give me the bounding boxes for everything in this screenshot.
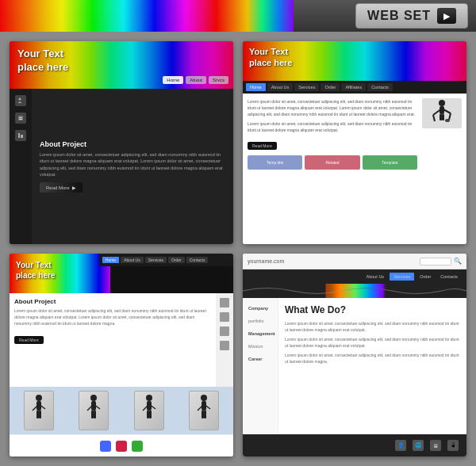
c3-nav-order[interactable]: Order (168, 257, 185, 263)
card2-title: Your Text place here (249, 46, 292, 69)
footer-user-icon: 👤 (395, 440, 406, 451)
thumb-2[interactable]: Related (305, 155, 359, 170)
svg-line-12 (433, 115, 435, 121)
arrow-icon[interactable]: ▶ (437, 8, 456, 24)
sidebar-portfolio[interactable]: portfolio (246, 317, 274, 325)
card4-lorem3: Lorem ipsum dolor sit amet, consectetuer… (285, 352, 460, 365)
card4-what-title: What We Do? (285, 304, 460, 315)
slider-thumb-1[interactable] (24, 391, 54, 430)
footer-globe-icon: 🌐 (413, 440, 424, 451)
card3-about-title: About Project (14, 298, 211, 305)
svg-point-0 (19, 98, 21, 101)
c3-nav-about[interactable]: About Us (121, 257, 144, 263)
card3-slider (10, 387, 233, 434)
card4-lorem2: Lorem ipsum dolor sit amet, consectetuer… (285, 336, 460, 349)
c2-nav-about[interactable]: About Us (267, 83, 294, 91)
svg-rect-26 (94, 411, 96, 418)
card2-text-col: Lorem ipsum dolor sit amet, consectetuer… (248, 98, 417, 239)
c3-nav-contacts[interactable]: Contacts (186, 257, 209, 263)
c3-nav-home[interactable]: Home (102, 257, 119, 263)
card3-header: Your Text place here Home About Us Servi… (10, 254, 233, 293)
svg-rect-31 (147, 411, 149, 418)
sidebar-company[interactable]: Company (246, 304, 274, 312)
svg-rect-4 (18, 133, 20, 138)
card2-nav: Home About Us Services Order Affiliates … (243, 81, 466, 94)
svg-rect-38 (204, 411, 206, 418)
svg-rect-5 (21, 135, 23, 138)
footer-monitor-icon: 🖥 (430, 440, 441, 451)
nav-services[interactable]: Srvcs (209, 76, 228, 84)
svg-rect-25 (91, 411, 94, 418)
svg-rect-20 (39, 411, 41, 418)
search-icon[interactable]: 🔍 (454, 258, 462, 265)
slider-thumb-3[interactable] (134, 391, 164, 430)
sidebar-management[interactable]: Management (246, 330, 274, 338)
nav-home[interactable]: Home (163, 76, 183, 84)
card2-read-more[interactable]: Read More (248, 142, 277, 150)
card4-topbar: yourname.com 🔍 (243, 254, 466, 269)
thumb-3[interactable]: Template (363, 155, 417, 170)
c4-nav-services[interactable]: Services (390, 273, 414, 281)
c2-nav-services[interactable]: Services (294, 83, 319, 91)
card4-domain: yourname.com (248, 258, 284, 264)
rainbow-strip (0, 0, 294, 32)
sidebar-mission[interactable]: Mission (246, 342, 274, 350)
color-dot-green[interactable] (132, 441, 143, 452)
card1-nav: Home About Srvcs (163, 76, 228, 84)
c4-nav-about[interactable]: About Us (363, 273, 389, 281)
web-set-label: WEB SET (367, 9, 431, 23)
card2-guitarist-box (422, 98, 462, 128)
svg-rect-10 (440, 114, 442, 120)
read-more-button[interactable]: Read More ▶ (40, 182, 83, 193)
card1-body: About Project Lorem ipsum dolor sit amet… (10, 89, 233, 244)
svg-rect-3 (19, 119, 22, 120)
card3-body: About Project Lorem ipsum dolor sit amet… (10, 293, 233, 387)
nav-about[interactable]: About (186, 76, 206, 84)
card4-search: 🔍 (420, 258, 462, 265)
card2-body: Lorem ipsum dolor sit amet, consectetuer… (243, 94, 466, 244)
slider-thumb-2[interactable] (79, 391, 109, 430)
card-top-right: Your Text place here Home About Us Servi… (243, 41, 466, 244)
c2-nav-affiliates[interactable]: Affiliates (341, 83, 366, 91)
c2-nav-order[interactable]: Order (321, 83, 340, 91)
c2-nav-home[interactable]: Home (246, 83, 266, 91)
c4-nav-contacts[interactable]: Contacts (436, 273, 462, 281)
card3-main: About Project Lorem ipsum dolor sit amet… (10, 293, 216, 387)
sidebar-icon-1 (15, 95, 26, 106)
svg-point-27 (146, 395, 152, 401)
c3-nav-services[interactable]: Services (145, 257, 167, 263)
thumb-1[interactable]: Temp title (248, 155, 302, 170)
search-input[interactable] (420, 258, 451, 265)
card1-lorem: Lorem ipsum dolor sit amet, consectetuer… (40, 151, 225, 178)
card4-footer: 👤 🌐 🖥 📱 (243, 434, 466, 456)
svg-rect-2 (19, 117, 22, 118)
c4-nav-order[interactable]: Order (416, 273, 435, 281)
svg-rect-37 (202, 411, 204, 418)
c2-nav-contacts[interactable]: Contacts (367, 83, 393, 91)
svg-point-14 (445, 119, 450, 122)
color-dot-blue[interactable] (100, 441, 111, 452)
svg-rect-11 (442, 114, 444, 120)
card4-body: Company portfolio Management Mission Car… (243, 298, 466, 434)
card-bottom-right: yourname.com 🔍 About Us Services Order C… (243, 254, 466, 456)
card3-lorem: Lorem ipsum dolor sit amet, consectetuer… (14, 307, 211, 327)
svg-point-33 (201, 395, 207, 401)
svg-rect-32 (149, 411, 152, 418)
slider-thumb-4[interactable] (189, 391, 219, 430)
card3-nav: Home About Us Services Order Contacts (99, 254, 233, 266)
sidebar-icon-3 (15, 130, 26, 141)
color-dot-red[interactable] (116, 441, 127, 452)
card3-read-more[interactable]: Read More (14, 336, 44, 344)
guitarist-svg (430, 99, 454, 128)
sidebar-career[interactable]: Career (246, 355, 274, 363)
card1-header: Your Text place here Home About Srvcs (10, 41, 233, 89)
card4-wave (243, 284, 466, 298)
svg-point-6 (439, 100, 445, 106)
main-grid: Your Text place here Home About Srvcs (0, 32, 476, 466)
c3-icon-4 (220, 341, 229, 350)
svg-rect-19 (36, 411, 39, 418)
card4-lorem1: Lorem ipsum dolor sit amet, consectetuer… (285, 320, 460, 333)
c3-icon-1 (220, 298, 229, 307)
card1-title: Your Text place here (17, 48, 68, 74)
web-set-button[interactable]: WEB SET ▶ (355, 3, 468, 29)
